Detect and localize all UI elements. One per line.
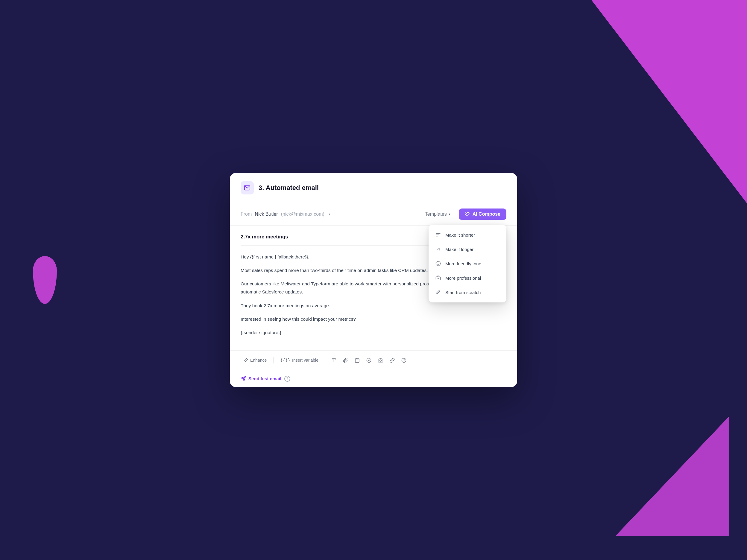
insert-variable-icon: {{}} [280,358,290,363]
dropdown-item-start-scratch[interactable]: Start from scratch [429,285,506,299]
start-scratch-label: Start from scratch [445,290,481,295]
font-button[interactable] [329,355,339,365]
send-test-label: Send test email [249,376,281,381]
dropdown-item-make-longer[interactable]: Make it longer [429,242,506,256]
bg-decoration-bottom-right [615,417,729,536]
make-longer-label: Make it longer [445,247,473,252]
send-icon [241,376,246,381]
make-shorter-label: Make it shorter [445,233,475,238]
from-left: From Nick Butler (nick@mixmax.com) ▾ [241,212,330,217]
paperclip-icon [343,358,348,363]
templates-label: Templates [425,212,447,217]
camera-icon [378,358,383,363]
dropdown-item-more-professional[interactable]: More professional [429,271,506,285]
templates-arrow-icon: ▾ [448,212,450,216]
send-test-button[interactable]: Send test email [241,376,281,381]
friendly-tone-icon [435,261,441,267]
link-icon [390,358,395,363]
from-row: From Nick Butler (nick@mixmax.com) ▾ Tem… [230,203,517,225]
from-label: From [241,212,252,217]
svg-rect-13 [355,359,359,363]
enhance-button[interactable]: Enhance [241,355,269,365]
ai-wand-icon [465,212,470,217]
check-circle-icon [366,358,371,363]
from-right: Templates ▾ AI Compose [421,209,506,220]
start-scratch-icon [435,289,441,295]
insert-variable-label: Insert variable [292,358,318,363]
check-button[interactable] [364,355,374,365]
bg-decoration-top-right [591,0,747,204]
email-para-3: They book 2.7x more meetings on average. [241,301,506,310]
calendar-icon [355,358,360,363]
compose-card: 3. Automated email From Nick Butler (nic… [230,173,517,387]
svg-point-18 [402,358,406,362]
enhance-label: Enhance [250,358,267,363]
card-footer: Send test email ? [230,370,517,387]
bg-decoration-left [33,256,57,304]
from-name: Nick Butler [255,212,278,217]
card-header: 3. Automated email [230,173,517,203]
toolbar-divider-2 [325,357,325,364]
help-icon[interactable]: ? [284,376,290,382]
ai-compose-label: AI Compose [472,212,500,217]
more-professional-label: More professional [445,275,481,281]
dropdown-item-friendly-tone[interactable]: More friendly tone [429,256,506,271]
emoji-icon [401,358,406,363]
header-icon-container [241,181,254,194]
friendly-tone-label: More friendly tone [445,261,481,266]
make-shorter-icon [435,232,441,238]
templates-button[interactable]: Templates ▾ [421,209,455,219]
typeform-link: Typeform [311,281,330,286]
camera-button[interactable] [376,355,385,365]
email-para-4: Interested in seeing how this could impa… [241,315,506,323]
dropdown-item-make-shorter[interactable]: Make it shorter [429,228,506,242]
insert-variable-button[interactable]: {{}} Insert variable [277,355,321,365]
link-button[interactable] [387,355,397,365]
attachment-button[interactable] [341,355,351,365]
email-icon [244,185,251,191]
more-professional-icon [435,275,441,281]
from-dropdown-arrow-icon[interactable]: ▾ [329,212,330,216]
enhance-icon [243,358,249,363]
card-title: 3. Automated email [259,184,319,192]
email-signature: {{sender signature}} [241,328,506,337]
ai-dropdown-menu: Make it shorter Make it longer [429,225,506,302]
svg-point-5 [436,262,441,266]
font-icon [331,358,336,363]
emoji-button[interactable] [399,355,409,365]
toolbar-divider-1 [273,357,274,364]
svg-line-4 [437,248,439,250]
make-longer-icon [435,246,441,252]
svg-point-17 [380,359,382,362]
from-email: (nick@mixmax.com) [281,212,325,217]
email-toolbar: Enhance {{}} Insert variable [230,350,517,370]
calendar-button[interactable] [352,355,362,365]
ai-compose-button[interactable]: AI Compose [459,209,506,220]
